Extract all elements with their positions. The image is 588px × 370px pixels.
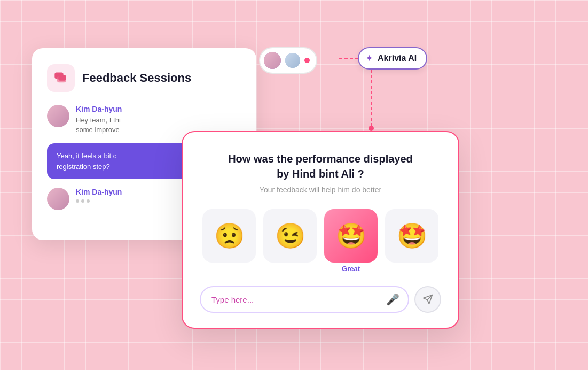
feedback-question: How was the performance displayed by Hin… xyxy=(200,151,441,181)
emoji-btn-excellent[interactable]: 🤩 xyxy=(385,209,438,263)
message-text: Hey team, I thi some improve xyxy=(76,115,122,135)
akrivia-badge[interactable]: ✦ Akrivia AI xyxy=(358,47,427,70)
avatar-group-container: : xyxy=(259,47,317,74)
avatar-person-2 xyxy=(284,52,301,69)
emoji-option-great[interactable]: 🤩 Great xyxy=(324,209,378,275)
message-sender: Kim Da-hyun xyxy=(76,105,122,113)
online-dot xyxy=(304,58,310,63)
dot xyxy=(76,199,79,203)
input-placeholder: Type here... xyxy=(211,295,254,304)
avatar xyxy=(47,188,69,210)
message-input-wrapper[interactable]: Type here... 🎤 xyxy=(200,286,409,313)
emoji-btn-bad[interactable]: 😟 xyxy=(202,209,256,263)
mic-icon[interactable]: 🎤 xyxy=(386,293,399,306)
emoji-option-excellent[interactable]: 🤩 xyxy=(385,209,438,275)
emoji-btn-great[interactable]: 🤩 xyxy=(324,209,378,263)
akrivia-label: Akrivia AI xyxy=(378,53,417,63)
message-item: Kim Da-hyun Hey team, I thi some improve xyxy=(47,105,241,135)
feedback-subtitle: Your feedback will help him do better xyxy=(200,186,441,194)
chat-icon xyxy=(47,64,75,92)
face xyxy=(264,52,281,69)
svg-point-5 xyxy=(369,126,374,131)
emoji-label-great: Great xyxy=(342,265,360,275)
emoji-row: 😟 😉 🤩 Great 🤩 xyxy=(200,209,441,275)
input-row: Type here... 🎤 xyxy=(200,286,441,313)
card-title: Feedback Sessions xyxy=(82,71,191,85)
loading-dots xyxy=(76,199,122,203)
send-button[interactable] xyxy=(414,286,441,313)
avatar-person-1 xyxy=(263,51,282,70)
card-header: Feedback Sessions xyxy=(47,64,241,92)
feedback-modal: How was the performance displayed by Hin… xyxy=(182,131,459,329)
emoji-option-bad[interactable]: 😟 xyxy=(202,209,256,275)
dot xyxy=(81,199,84,203)
avatar xyxy=(47,105,69,127)
avatar-group: : xyxy=(259,47,317,74)
svg-rect-2 xyxy=(58,75,66,81)
message-content: Kim Da-hyun xyxy=(76,188,122,203)
dot xyxy=(87,199,90,203)
sparkle-icon: ✦ xyxy=(365,52,373,64)
face xyxy=(285,53,300,68)
message-bubble: Yeah, it feels a bit c registration step… xyxy=(47,143,197,179)
emoji-option-okay[interactable]: 😉 xyxy=(263,209,317,275)
message-sender: Kim Da-hyun xyxy=(76,188,122,196)
message-content: Kim Da-hyun Hey team, I thi some improve xyxy=(76,105,122,135)
emoji-btn-okay[interactable]: 😉 xyxy=(263,209,317,263)
